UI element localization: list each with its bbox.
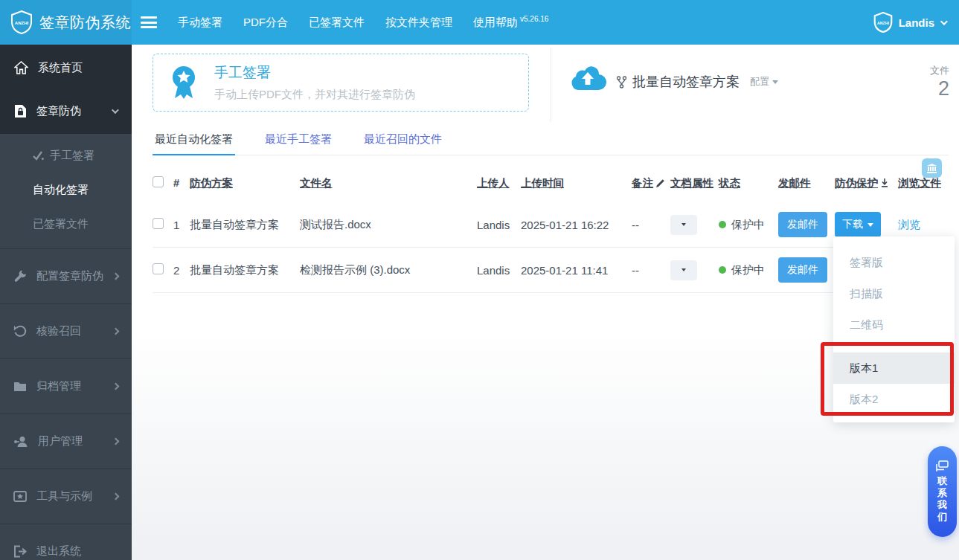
row-checkbox[interactable]	[153, 263, 164, 274]
users-icon	[13, 436, 28, 447]
file-counter: 文件 2	[930, 64, 949, 100]
col-doc-attr[interactable]: 文档属性	[670, 176, 719, 190]
cell-remark: --	[632, 219, 670, 231]
branch-icon	[617, 76, 626, 88]
cloud-upload-icon[interactable]	[569, 62, 606, 94]
chevron-right-icon	[112, 273, 120, 280]
nav-item-pdf-split[interactable]: PDF分合	[243, 16, 288, 30]
col-browse[interactable]: 浏览文件	[898, 176, 952, 190]
send-mail-button[interactable]: 发邮件	[778, 257, 827, 283]
cell-uploader: Landis	[477, 264, 521, 277]
tab-recent-recalled[interactable]: 最近召回的文件	[362, 132, 444, 155]
sidebar-subitem-signed-files[interactable]: 已签署文件	[0, 207, 132, 241]
cell-remark: --	[632, 264, 670, 277]
col-upload-time[interactable]: 上传时间	[521, 176, 632, 190]
chevron-down-icon	[940, 18, 948, 25]
sidebar-item-seal-antifake[interactable]: 签章防伪	[0, 89, 132, 132]
top-navbar: ANZHI 签章防伪系统 手动签署 PDF分合 已签署文件 按文件夹管理 使用帮…	[0, 0, 959, 45]
menu-item-qrcode[interactable]: 二维码	[833, 309, 955, 341]
logout-icon	[13, 545, 27, 558]
cell-scheme: 批量自动签章方案	[190, 263, 300, 277]
menu-item-signed-version[interactable]: 签署版	[833, 247, 955, 278]
nav-item-folder-manage[interactable]: 按文件夹管理	[385, 16, 452, 30]
manual-card-title: 手工签署	[214, 63, 415, 83]
status-dot-icon	[719, 266, 726, 274]
scheme-block: 批量自动签章方案 配置	[617, 73, 778, 91]
cell-upload-time: 2025-01-21 16:22	[521, 219, 632, 231]
tab-recent-manual-sign[interactable]: 最近手工签署	[263, 132, 334, 155]
manual-sign-card[interactable]: 手工签署 手动上传PDF文件，并对其进行签章防伪	[153, 54, 529, 112]
chevron-right-icon	[112, 493, 120, 501]
chat-icon	[936, 460, 949, 472]
chevron-right-icon	[112, 328, 120, 335]
sidebar-subitem-auto-sign[interactable]: 自动化签署	[0, 173, 132, 207]
tab-bar: 最近自动化签署 最近手工签署 最近召回的文件	[153, 132, 949, 155]
browse-link[interactable]: 浏览	[898, 218, 952, 232]
user-menu[interactable]: ANZHI Landis	[873, 12, 946, 33]
caret-down-icon	[681, 268, 686, 271]
cell-index: 1	[173, 219, 190, 231]
col-remark[interactable]: 备注	[632, 176, 670, 190]
sidebar-subitem-manual-sign[interactable]: 手工签署	[0, 138, 132, 173]
send-mail-button[interactable]: 发邮件	[778, 212, 827, 237]
home-icon	[14, 61, 28, 74]
sidebar-item-home[interactable]: 系统首页	[0, 46, 132, 89]
doc-attr-dropdown-button[interactable]	[670, 215, 697, 235]
scheme-name: 批量自动签章方案	[632, 73, 740, 91]
folder-icon	[13, 381, 27, 392]
sidebar-item-user-manage[interactable]: 用户管理	[0, 413, 132, 469]
badge-icon	[13, 491, 27, 503]
caret-down-icon	[681, 223, 686, 226]
sidebar-item-tools-examples[interactable]: 工具与示例	[0, 469, 132, 524]
cell-filename: 测试报告.docx	[300, 218, 477, 232]
svg-text:ANZHI: ANZHI	[15, 21, 29, 25]
chevron-right-icon	[112, 383, 120, 390]
cell-index: 2	[173, 264, 190, 277]
status-badge: 保护中	[719, 263, 778, 277]
svg-text:ANZHI: ANZHI	[877, 21, 889, 25]
download-dropdown-button[interactable]: 下载	[835, 212, 881, 237]
col-filename[interactable]: 文件名	[300, 176, 477, 190]
sidebar-item-verify-recall[interactable]: 核验召回	[0, 303, 132, 358]
status-dot-icon	[719, 221, 726, 228]
sidebar-item-config-antifake[interactable]: 配置签章防伪	[0, 248, 132, 303]
menu-item-version-1[interactable]: 版本1	[833, 353, 955, 384]
hamburger-menu-icon[interactable]	[141, 16, 157, 28]
cell-upload-time: 2025-01-21 11:41	[521, 264, 632, 277]
col-scheme[interactable]: 防伪方案	[190, 176, 300, 190]
contact-us-button[interactable]: 联系我们	[928, 446, 957, 537]
doc-attr-dropdown-button[interactable]	[670, 260, 697, 280]
config-dropdown[interactable]: 配置	[750, 75, 778, 88]
sidebar-item-logout[interactable]: 退出系统	[0, 524, 132, 560]
brand[interactable]: ANZHI 签章防伪系统	[0, 0, 132, 45]
col-send-mail[interactable]: 发邮件	[778, 176, 835, 190]
nav-item-signed-files[interactable]: 已签署文件	[309, 16, 365, 30]
table-row: 2 批量自动签章方案 检测报告示例 (3).docx Landis 2025-0…	[153, 248, 952, 293]
version-label: v5.26.16	[520, 15, 548, 23]
cell-filename: 检测报告示例 (3).docx	[300, 263, 477, 277]
sidebar: 系统首页 签章防伪 手工签署 自动化签署 已签署文件	[0, 45, 132, 560]
select-all-checkbox[interactable]	[153, 176, 164, 187]
wrench-icon	[13, 270, 27, 283]
anzhi-shield-icon: ANZHI	[873, 12, 893, 33]
col-protection[interactable]: 防伪保护	[835, 176, 898, 190]
col-status[interactable]: 状态	[719, 176, 778, 190]
undo-icon	[13, 325, 27, 338]
cell-scheme: 批量自动签章方案	[190, 218, 300, 232]
menu-item-scanned-version[interactable]: 扫描版	[833, 278, 955, 309]
anzhi-shield-icon: ANZHI	[10, 10, 33, 34]
nav-item-help[interactable]: 使用帮助v5.26.16	[473, 15, 548, 30]
col-uploader[interactable]: 上传人	[477, 176, 521, 190]
sidebar-item-archive-manage[interactable]: 归档管理	[0, 358, 132, 413]
menu-item-version-2[interactable]: 版本2	[833, 384, 955, 415]
pencil-icon	[656, 179, 664, 187]
contact-us-label: 联系我们	[937, 475, 948, 524]
file-counter-label: 文件	[930, 64, 949, 77]
caret-down-icon	[772, 80, 778, 84]
status-badge: 保护中	[719, 218, 778, 232]
cell-uploader: Landis	[477, 219, 521, 231]
nav-item-manual-sign[interactable]: 手动签署	[178, 16, 222, 30]
row-checkbox[interactable]	[153, 218, 164, 229]
app-title: 签章防伪系统	[39, 13, 131, 33]
tab-recent-auto-sign[interactable]: 最近自动化签署	[153, 132, 235, 155]
